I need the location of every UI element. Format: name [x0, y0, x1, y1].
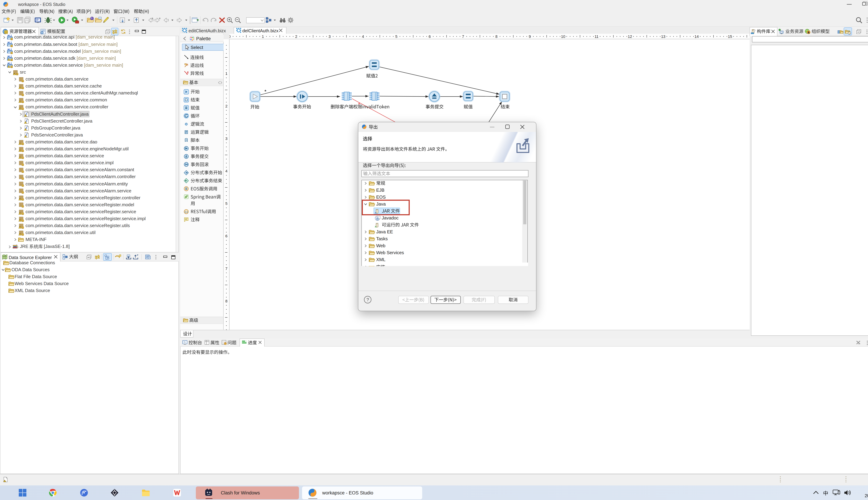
svg-text:15: 15 [728, 34, 732, 38]
svg-text:*: * [358, 101, 360, 107]
svg-text:3: 3 [329, 34, 331, 38]
svg-text:3: 3 [225, 136, 227, 141]
svg-text:8: 8 [495, 34, 498, 38]
svg-text:4: 4 [362, 34, 364, 38]
svg-text:E: E [187, 71, 189, 74]
svg-text:5: 5 [225, 201, 227, 206]
svg-text:6: 6 [225, 234, 227, 238]
svg-text:1: 1 [225, 71, 227, 76]
svg-text:11: 11 [595, 34, 598, 38]
svg-text:6: 6 [429, 34, 431, 38]
svg-text:{..}: {..} [185, 210, 188, 213]
svg-text:7: 7 [225, 266, 227, 271]
svg-text:8: 8 [225, 299, 227, 303]
svg-text:*: * [264, 88, 266, 94]
svg-text:7: 7 [462, 34, 464, 38]
svg-text:5: 5 [187, 64, 188, 66]
svg-text:5: 5 [395, 34, 397, 38]
svg-text:9: 9 [529, 34, 531, 38]
svg-text:14: 14 [695, 34, 699, 38]
svg-text:2: 2 [225, 104, 227, 108]
svg-text:12: 12 [628, 34, 632, 38]
svg-text:2: 2 [295, 34, 297, 38]
svg-text:1: 1 [262, 34, 264, 38]
svg-text:4: 4 [225, 169, 227, 173]
svg-text:13: 13 [661, 34, 665, 38]
svg-text:10: 10 [561, 34, 565, 38]
svg-text:?: ? [366, 297, 369, 302]
